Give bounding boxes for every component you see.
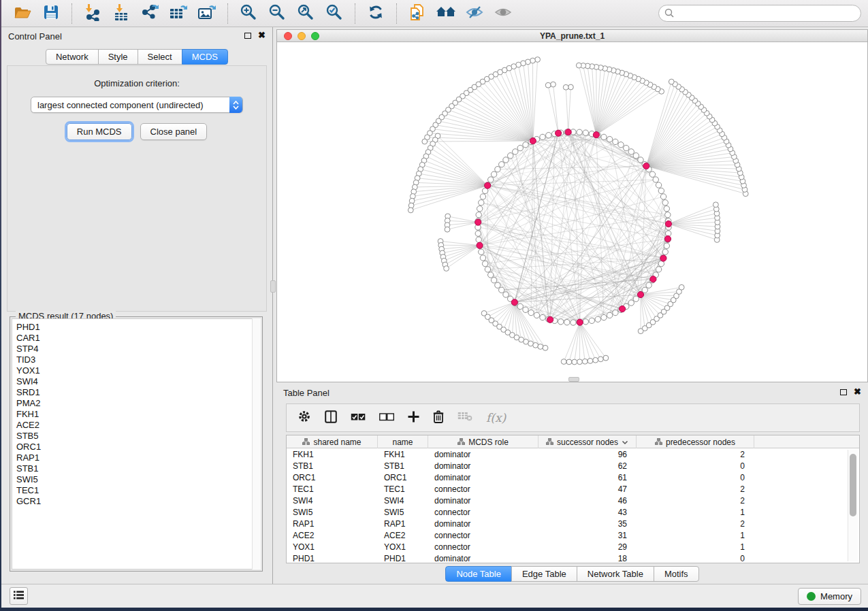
- zoom-out-button[interactable]: [265, 3, 289, 24]
- tab-network[interactable]: Network: [46, 49, 99, 65]
- table-row[interactable]: SWI4SWI4dominator462: [287, 495, 859, 506]
- delete-table-icon-disabled: [457, 412, 472, 424]
- column-header-mcds-role[interactable]: MCDS role: [428, 435, 539, 448]
- table-row[interactable]: ORC1ORC1dominator610: [287, 472, 859, 483]
- table-cell: 2: [637, 484, 754, 494]
- close-panel-icon[interactable]: ✖: [854, 389, 861, 395]
- refresh-button[interactable]: [364, 3, 388, 24]
- mcds-list-scrollbar[interactable]: [252, 318, 261, 569]
- export-image-button[interactable]: [195, 3, 219, 24]
- table-row[interactable]: PHD1PHD1dominator180: [287, 552, 859, 563]
- table-row[interactable]: ACE2ACE2connector311: [287, 529, 859, 541]
- mcds-result-item[interactable]: STP4: [16, 344, 260, 354]
- optimization-select[interactable]: largest connected component (undirected): [31, 97, 243, 113]
- tab-select[interactable]: Select: [138, 49, 182, 65]
- column-header-successor-nodes[interactable]: successor nodes: [539, 435, 637, 448]
- vertical-splitter-handle[interactable]: [270, 280, 276, 293]
- table-row[interactable]: SWI5SWI5connector431: [287, 506, 859, 518]
- zoom-in-button[interactable]: [236, 3, 261, 24]
- table-settings-gear-icon[interactable]: [298, 410, 311, 426]
- mcds-result-item[interactable]: PMA2: [16, 398, 260, 409]
- delete-column-trash-icon[interactable]: [433, 410, 444, 426]
- table-cell: 61: [539, 473, 637, 482]
- mcds-result-item[interactable]: TEC1: [16, 485, 260, 496]
- toolbar-separator: [71, 3, 72, 24]
- mcds-result-item[interactable]: SWI4: [16, 376, 260, 387]
- float-panel-icon[interactable]: [244, 33, 251, 39]
- zoom-selected-button[interactable]: [322, 3, 347, 24]
- table-cell: FKH1: [287, 450, 378, 459]
- column-header-shared-name[interactable]: shared name: [287, 435, 378, 448]
- tab-motifs[interactable]: Motifs: [654, 566, 699, 582]
- table-row[interactable]: RAP1RAP1dominator352: [287, 518, 859, 529]
- import-network-button[interactable]: [80, 3, 105, 24]
- column-header-predecessor-nodes[interactable]: predecessor nodes: [637, 435, 754, 448]
- mcds-result-item[interactable]: SWI5: [16, 474, 260, 485]
- save-button[interactable]: [39, 3, 63, 24]
- open-button[interactable]: [10, 3, 35, 24]
- table-cell: dominator: [428, 519, 539, 529]
- create-column-plus-icon[interactable]: [408, 411, 419, 425]
- close-panel-button[interactable]: Close panel: [140, 123, 208, 140]
- table-row[interactable]: FKH1FKH1dominator962: [287, 448, 859, 460]
- table-cell: connector: [428, 542, 539, 552]
- mcds-result-item[interactable]: CAR1: [16, 333, 260, 344]
- hide-selected-button[interactable]: [462, 3, 487, 24]
- close-panel-icon[interactable]: ✖: [258, 32, 266, 39]
- eye-icon: [494, 5, 513, 22]
- tab-style[interactable]: Style: [98, 49, 138, 65]
- network-canvas[interactable]: [277, 42, 867, 382]
- mcds-result-item[interactable]: STB5: [16, 431, 260, 442]
- mcds-result-item[interactable]: SRD1: [16, 387, 260, 398]
- tree-hierarchy-icon: [546, 437, 553, 447]
- table-cell: dominator: [428, 473, 539, 482]
- search-input[interactable]: [658, 5, 861, 22]
- duplicate-network-button[interactable]: [405, 3, 430, 24]
- mcds-result-item[interactable]: TID3: [16, 354, 260, 365]
- mcds-result-list[interactable]: PHD1CAR1STP4TID3YOX1SWI4SRD1PMA2FKH1ACE2…: [12, 318, 261, 569]
- run-mcds-button[interactable]: Run MCDS: [67, 123, 132, 140]
- table-cell: 2: [637, 496, 754, 506]
- show-all-button[interactable]: [491, 3, 515, 24]
- mcds-result-item[interactable]: PHD1: [16, 322, 260, 333]
- table-cell: 43: [539, 508, 637, 517]
- memory-status-dot: [807, 592, 816, 601]
- table-row[interactable]: TEC1TEC1connector472: [287, 483, 859, 495]
- mcds-result-item[interactable]: YOX1: [16, 365, 260, 376]
- table-cell: PHD1: [378, 554, 428, 563]
- import-table-button[interactable]: [109, 3, 133, 24]
- task-history-button[interactable]: [10, 587, 28, 605]
- tab-mcds[interactable]: MCDS: [182, 49, 228, 65]
- mcds-result-item[interactable]: RAP1: [16, 452, 260, 463]
- tab-edge-table[interactable]: Edge Table: [511, 566, 577, 582]
- mcds-result-item[interactable]: STB1: [16, 463, 260, 474]
- table-scrollbar[interactable]: [848, 450, 858, 561]
- export-network-button[interactable]: [138, 3, 162, 24]
- zoom-fit-button[interactable]: [293, 3, 318, 24]
- table-scrollbar-thumb[interactable]: [850, 454, 856, 516]
- horizontal-splitter-handle[interactable]: [568, 377, 579, 382]
- show-columns-icon[interactable]: [325, 410, 337, 426]
- network-window-titlebar[interactable]: YPA_prune.txt_1: [277, 30, 867, 42]
- open-folder-icon: [14, 5, 31, 22]
- mcds-result-item[interactable]: ACE2: [16, 420, 260, 431]
- export-table-button[interactable]: [166, 3, 191, 24]
- tab-network-table[interactable]: Network Table: [577, 566, 654, 582]
- memory-button[interactable]: Memory: [798, 588, 861, 605]
- table-row[interactable]: STB1STB1dominator620: [287, 460, 859, 472]
- mcds-result-item[interactable]: GCR1: [16, 496, 260, 507]
- mcds-result-item[interactable]: FKH1: [16, 409, 260, 420]
- table-cell: 47: [539, 484, 637, 494]
- search-icon: [664, 8, 675, 21]
- select-all-rows-icon[interactable]: [351, 412, 366, 424]
- mcds-result-item[interactable]: ORC1: [16, 442, 260, 452]
- table-panel: Table Panel ✖ f(x) shared namenameMC: [276, 384, 868, 584]
- tab-node-table[interactable]: Node Table: [445, 566, 512, 582]
- table-row[interactable]: YOX1YOX1connector291: [287, 541, 859, 552]
- column-header-name[interactable]: name: [378, 435, 428, 448]
- table-cell: YOX1: [287, 542, 378, 552]
- table-cell: SWI5: [378, 508, 428, 517]
- float-panel-icon[interactable]: [840, 389, 847, 395]
- deselect-all-rows-icon[interactable]: [379, 412, 394, 424]
- first-neighbors-button[interactable]: [434, 3, 458, 24]
